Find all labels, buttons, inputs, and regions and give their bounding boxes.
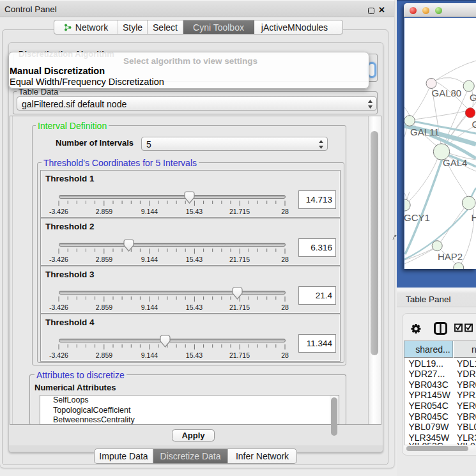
svg-text:G: G xyxy=(472,119,476,130)
svg-text:GAL80: GAL80 xyxy=(432,88,462,98)
svg-text:GAL11: GAL11 xyxy=(410,127,440,137)
svg-text:HAP2: HAP2 xyxy=(438,251,463,262)
svg-text:G...: G... xyxy=(470,92,476,103)
svg-text:GCY1: GCY1 xyxy=(404,212,430,223)
svg-text:H: H xyxy=(472,212,476,223)
svg-text:GAL4: GAL4 xyxy=(443,157,467,168)
